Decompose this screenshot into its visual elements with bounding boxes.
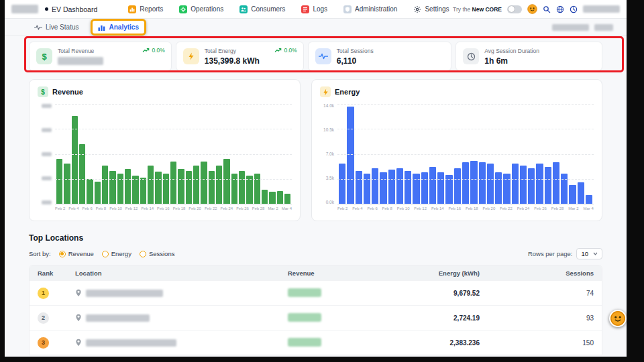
- sessions-value: 74: [488, 290, 602, 297]
- tab-label: Live Status: [46, 23, 78, 31]
- clock-icon[interactable]: [570, 5, 578, 13]
- x-axis: Feb 2Feb 4Feb 6Feb 8Feb 10Feb 12Feb 14Fe…: [337, 206, 594, 210]
- mascot-icon[interactable]: [527, 4, 537, 14]
- nav-item-operations[interactable]: Operations: [179, 5, 223, 13]
- logs-icon: [301, 5, 309, 13]
- table-row[interactable]: 2 2,724.19 93: [30, 305, 602, 330]
- stat-card-total-revenue: $ Total Revenue 0.0%: [29, 42, 172, 71]
- revenue-value-redacted: [288, 288, 321, 297]
- administration-icon: [343, 5, 352, 13]
- x-axis: Feb 2Feb 4Feb 6Feb 8Feb 10Feb 12Feb 14Fe…: [55, 206, 292, 210]
- y-axis: 14.0k10.5k7.0k3.5k0.0k: [320, 104, 337, 204]
- stat-value: 6,110: [337, 56, 374, 66]
- user-account-redacted[interactable]: [583, 5, 620, 13]
- nav-label: Settings: [425, 5, 449, 13]
- table-row[interactable]: 1 9,679.52 74: [30, 280, 602, 305]
- nav-item-reports[interactable]: Reports: [128, 5, 163, 13]
- plot-area: [337, 104, 594, 204]
- settings-icon: [413, 5, 421, 13]
- chart-body: 14.0k10.5k7.0k3.5k0.0k: [320, 104, 594, 204]
- revenue-chart-card: $ Revenue Feb 2Feb 4Feb 6Feb 8Feb 10Feb …: [29, 79, 301, 221]
- table-header-row: Rank Location Revenue Energy (kWh) Sessi…: [30, 265, 602, 280]
- activity-icon: [315, 48, 331, 64]
- stat-card-total-sessions: Total Sessions 6,110: [308, 42, 451, 71]
- top-navigation-bar: EV Dashboard Reports Operations Consumer…: [5, 0, 627, 19]
- toolbar-control-redacted[interactable]: [594, 24, 613, 31]
- charts-row: $ Revenue Feb 2Feb 4Feb 6Feb 8Feb 10Feb …: [5, 71, 627, 221]
- sort-option-energy[interactable]: Energy: [102, 250, 131, 257]
- toolbar-control-redacted[interactable]: [552, 24, 589, 31]
- y-axis: [38, 104, 55, 204]
- tab-live-status[interactable]: Live Status: [29, 21, 84, 34]
- app-title: EV Dashboard: [45, 5, 97, 13]
- stat-label: Total Revenue: [58, 48, 103, 54]
- mascot-assistant-button[interactable]: [609, 310, 627, 327]
- tabs-right-controls: [552, 24, 613, 31]
- status-dot: [45, 7, 48, 11]
- stat-delta: 0.0%: [274, 47, 297, 54]
- col-revenue: Revenue: [280, 269, 380, 277]
- search-icon[interactable]: [543, 5, 551, 13]
- sessions-value: 93: [488, 314, 602, 322]
- nav-item-settings[interactable]: Settings: [413, 5, 449, 13]
- location-name-redacted: [86, 339, 176, 347]
- top-locations-table: Rank Location Revenue Energy (kWh) Sessi…: [29, 265, 602, 355]
- stat-label: Avg Session Duration: [484, 48, 539, 54]
- chart-title: Revenue: [52, 88, 83, 96]
- section-title: Top Locations: [29, 233, 602, 243]
- try-new-core-label: Try the New CORE: [453, 6, 502, 13]
- dollar-icon: $: [38, 86, 48, 97]
- bolt-icon: [183, 48, 199, 64]
- rows-per-page-select[interactable]: 10: [576, 248, 602, 259]
- company-logo: [11, 5, 38, 13]
- energy-value: 9,679.52: [380, 290, 488, 297]
- bolt-icon: [320, 86, 331, 97]
- nav-item-consumers[interactable]: Consumers: [239, 5, 285, 13]
- radio-icon: [102, 251, 109, 257]
- tab-analytics[interactable]: Analytics: [91, 19, 146, 36]
- nav-item-administration[interactable]: Administration: [343, 5, 397, 13]
- location-name-redacted: [86, 314, 150, 322]
- sub-tabs-bar: Live Status Analytics: [5, 19, 627, 36]
- toggle-knob: [508, 6, 515, 12]
- topbar-right: Try the New CORE: [453, 4, 620, 14]
- col-location: Location: [67, 269, 280, 277]
- new-core-toggle[interactable]: [507, 5, 522, 13]
- col-sessions: Sessions: [488, 269, 602, 277]
- app-title-label: EV Dashboard: [52, 5, 97, 13]
- energy-value: 2,383.236: [380, 339, 488, 347]
- location-name-redacted: [86, 290, 163, 297]
- nav-label: Logs: [313, 5, 327, 13]
- nav-label: Consumers: [251, 5, 285, 13]
- main-nav: Reports Operations Consumers Logs: [128, 5, 449, 13]
- bar-chart-icon: [98, 24, 105, 31]
- col-rank: Rank: [30, 269, 67, 277]
- stat-delta: 0.0%: [142, 47, 164, 54]
- operations-icon: [179, 5, 187, 13]
- sort-option-sessions[interactable]: Sessions: [140, 250, 175, 257]
- chevron-down-icon: [593, 252, 598, 255]
- table-row[interactable]: 3 2,383.236 150: [30, 330, 602, 355]
- nav-label: Operations: [191, 5, 223, 13]
- rows-per-page: Rows per page: 10: [528, 248, 602, 259]
- chart-title: Energy: [335, 88, 360, 96]
- stat-label: Total Sessions: [337, 48, 374, 54]
- sort-by-label: Sort by:: [29, 250, 51, 257]
- energy-value: 2,724.19: [380, 314, 488, 322]
- reports-icon: [128, 5, 136, 13]
- globe-icon[interactable]: [556, 5, 564, 13]
- chart-body: [38, 104, 292, 204]
- clock-icon: [463, 48, 479, 64]
- stats-row: $ Total Revenue 0.0% Total Energy 135,39…: [5, 36, 627, 71]
- radio-icon: [140, 251, 146, 257]
- dollar-icon: $: [36, 48, 52, 64]
- energy-chart-card: Energy 14.0k10.5k7.0k3.5k0.0k Feb 2Feb 4…: [311, 79, 602, 221]
- rank-badge: 3: [38, 337, 49, 349]
- stat-value: 135,399.8 kWh: [205, 56, 260, 66]
- nav-label: Administration: [355, 5, 397, 13]
- sort-controls: Sort by: Revenue Energy Sessions Rows pe…: [29, 248, 602, 259]
- stat-card-avg-session-duration: Avg Session Duration 1h 6m: [455, 42, 602, 71]
- top-locations-section: Top Locations Sort by: Revenue Energy Se…: [5, 221, 627, 355]
- nav-item-logs[interactable]: Logs: [301, 5, 327, 13]
- sort-option-revenue[interactable]: Revenue: [59, 250, 94, 257]
